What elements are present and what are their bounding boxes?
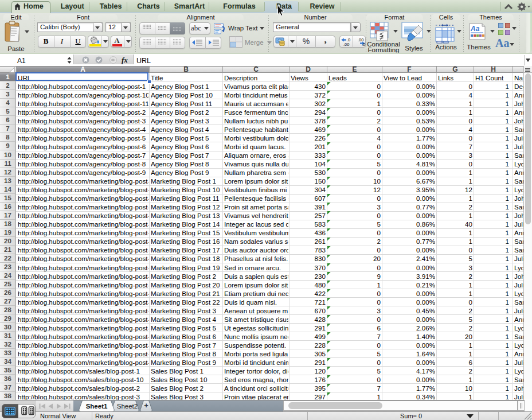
svg-text:Aa: Aa: [470, 25, 480, 33]
svg-text:.00: .00: [343, 42, 349, 47]
